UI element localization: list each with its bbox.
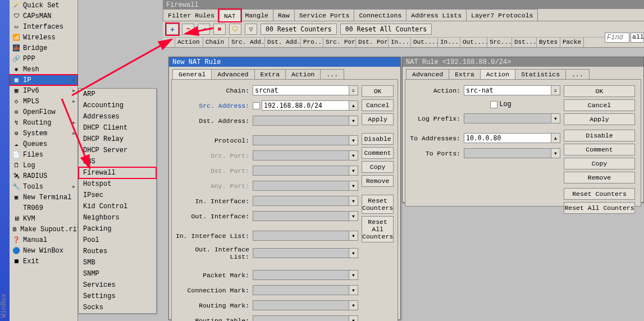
submenu-item-packing[interactable]: Packing [79, 223, 156, 235]
sidebar-item-openflow[interactable]: ⚙OpenFlow [10, 107, 77, 117]
to-addresses-input[interactable] [464, 133, 551, 143]
column-header[interactable]: Out.... [460, 38, 487, 47]
log-prefix-expand-icon[interactable]: ▼ [551, 113, 560, 123]
routing-table-input[interactable] [253, 315, 349, 321]
sidebar-item-new-terminal[interactable]: ▣New Terminal [10, 192, 77, 203]
submenu-item-dns[interactable]: DNS [79, 156, 156, 167]
tab-mangle[interactable]: Mangle [240, 9, 273, 21]
submenu-item-arp[interactable]: ARP [79, 89, 156, 100]
comment-button[interactable]: 🗨 [229, 24, 241, 35]
out-interface-list-expand-icon[interactable]: ▼ [349, 248, 358, 258]
to-ports-expand-icon[interactable]: ▼ [551, 148, 560, 158]
edit-rule-tab-action[interactable]: Action [480, 69, 515, 79]
edit-rule-tab-...[interactable]: ... [565, 69, 590, 79]
cancel-button[interactable]: Cancel [362, 99, 394, 111]
copy-button[interactable]: Copy [564, 158, 635, 169]
out-interface-list-input[interactable] [253, 248, 349, 258]
tab-filter-rules[interactable]: Filter Rules [163, 9, 220, 21]
sidebar-item-wireless[interactable]: 📶Wireless [10, 32, 77, 43]
column-header[interactable]: # [163, 38, 175, 47]
column-header[interactable]: Src. Add... [229, 38, 265, 47]
in-interface-list-expand-icon[interactable]: ▼ [349, 231, 358, 241]
in-interface-expand-icon[interactable]: ▼ [349, 196, 358, 206]
sidebar-item-manual[interactable]: ❓Manual [10, 235, 77, 245]
sidebar-item-exit[interactable]: ⏹Exit [10, 256, 77, 267]
sidebar-item-tr069[interactable]: TR069 [10, 203, 77, 213]
column-header[interactable]: In.... [438, 38, 460, 47]
in-interface-list-input[interactable] [253, 231, 349, 241]
sidebar-item-interfaces[interactable]: ▭Interfaces [10, 21, 77, 32]
new-rule-tab-...[interactable]: ... [320, 69, 344, 79]
disable-button[interactable]: ✖ [213, 24, 226, 35]
action-input[interactable] [464, 85, 551, 95]
routing-mark-input[interactable] [253, 300, 349, 310]
to-addresses-expand-icon[interactable]: ▲ [551, 133, 560, 143]
ok-button[interactable]: OK [564, 85, 635, 97]
sidebar-item-queues[interactable]: ☁Queues [10, 139, 77, 149]
submenu-item-services[interactable]: Services [79, 279, 156, 291]
submenu-item-addresses[interactable]: Addresses [79, 111, 156, 122]
edit-rule-tab-extra[interactable]: Extra [449, 69, 481, 79]
new-rule-tab-extra[interactable]: Extra [254, 69, 286, 79]
submenu-item-dhcp-client[interactable]: DHCP Client [79, 122, 156, 134]
sidebar-item-bridge[interactable]: 🌉Bridge [10, 43, 77, 53]
reset-counters-button[interactable]: Reset Counters [362, 195, 394, 214]
reset-all-counters-button[interactable]: Reset All Counters [564, 202, 635, 214]
submenu-item-pool[interactable]: Pool [79, 235, 156, 246]
routing-mark-expand-icon[interactable]: ▼ [349, 300, 358, 310]
tab-service-ports[interactable]: Service Ports [294, 9, 355, 21]
new-rule-tab-action[interactable]: Action [285, 69, 321, 79]
new-rule-tab-general[interactable]: General [172, 69, 212, 79]
submenu-item-snmp[interactable]: SNMP [79, 268, 156, 279]
protocol-input[interactable] [253, 135, 349, 145]
add-button[interactable]: ＋ [166, 24, 179, 35]
filter-button[interactable]: ▽ [245, 24, 257, 35]
sidebar-item-routing[interactable]: ↯Routing▶ [10, 117, 77, 128]
copy-button[interactable]: Copy [362, 161, 394, 173]
sidebar-item-log[interactable]: 🗒Log [10, 160, 77, 171]
submenu-item-firewall[interactable]: Firewall [79, 167, 156, 178]
dst-address-input[interactable] [253, 116, 349, 126]
column-header[interactable]: Src.... [487, 38, 512, 47]
src-address-input[interactable] [262, 100, 349, 111]
column-header[interactable]: Action [175, 38, 203, 47]
out-interface-expand-icon[interactable]: ▼ [349, 211, 358, 221]
submenu-item-kid-control[interactable]: Kid Control [79, 201, 156, 212]
disable-button[interactable]: Disable [362, 133, 394, 145]
packet-mark-input[interactable] [253, 270, 349, 280]
out-interface-input[interactable] [253, 211, 349, 221]
tab-address-lists[interactable]: Address Lists [406, 9, 467, 21]
reset-all-counters-button[interactable]: 00 Reset All Counters [340, 24, 432, 35]
column-header[interactable]: Src. Port [323, 38, 356, 47]
sidebar-item-system[interactable]: ⚙System▶ [10, 128, 77, 139]
column-header[interactable]: In.... [389, 38, 411, 47]
submenu-item-smb[interactable]: SMB [79, 257, 156, 268]
to-ports-input[interactable] [464, 148, 551, 158]
protocol-expand-icon[interactable]: ▼ [349, 135, 358, 145]
column-header[interactable]: Dst.... [512, 38, 537, 47]
sidebar-item-capsman[interactable]: 🛡CAPsMAN [10, 11, 77, 21]
edit-rule-title[interactable]: NAT Rule <192.168.88.0/24> [403, 57, 643, 67]
remove-button[interactable]: − [182, 24, 194, 35]
log-prefix-input[interactable] [464, 113, 551, 123]
edit-rule-tab-advanced[interactable]: Advanced [406, 69, 449, 79]
column-header[interactable]: Out.... [411, 38, 438, 47]
sidebar-item-new-winbox[interactable]: 🔵New WinBox [10, 245, 77, 256]
column-header[interactable]: Pro... [301, 38, 323, 47]
apply-button[interactable]: Apply [362, 113, 394, 125]
connection-mark-expand-icon[interactable]: ▼ [349, 285, 358, 295]
sidebar-item-ppp[interactable]: 🔗PPP [10, 53, 77, 64]
tab-nat[interactable]: NAT [219, 10, 241, 21]
routing-table-expand-icon[interactable]: ▼ [349, 315, 358, 321]
reset-counters-button[interactable]: 00 Reset Counters [261, 24, 337, 35]
filter-all-dropdown[interactable]: all [631, 33, 644, 43]
chain-dropdown-icon[interactable]: ∓ [349, 85, 358, 95]
submenu-item-routes[interactable]: Routes [79, 246, 156, 257]
dst-expand-icon[interactable]: ▼ [349, 116, 358, 126]
connection-mark-input[interactable] [253, 285, 349, 295]
submenu-item-dhcp-relay[interactable]: DHCP Relay [79, 134, 156, 145]
new-rule-tab-advanced[interactable]: Advanced [211, 69, 254, 79]
edit-rule-tab-statistics[interactable]: Statistics [515, 69, 566, 79]
in-interface-input[interactable] [253, 196, 349, 206]
src-not-checkbox[interactable] [253, 102, 260, 109]
